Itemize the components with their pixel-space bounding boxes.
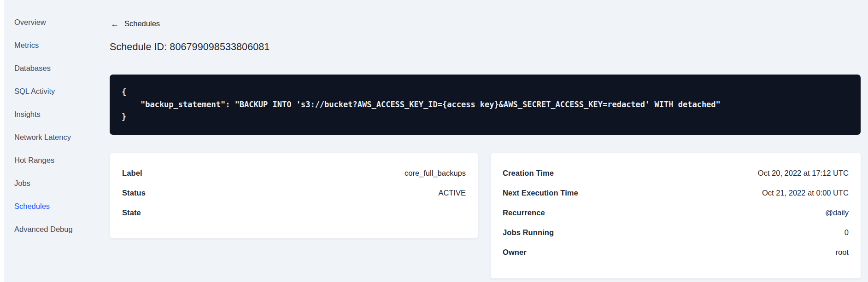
detail-value: core_full_backups bbox=[405, 169, 466, 178]
back-link-label: Schedules bbox=[124, 19, 160, 28]
detail-label: Next Execution Time bbox=[503, 189, 578, 197]
page-left-gutter bbox=[0, 0, 4, 282]
schedule-summary-card: Label core_full_backups Status ACTIVE St… bbox=[110, 153, 478, 238]
detail-label: Status bbox=[122, 189, 146, 197]
detail-row-label: Label core_full_backups bbox=[122, 168, 466, 178]
detail-row-creation-time: Creation Time Oct 20, 2022 at 17:12 UTC bbox=[503, 168, 849, 178]
detail-row-owner: Owner root bbox=[503, 247, 849, 257]
code-line: { bbox=[122, 86, 849, 98]
sidebar: Overview Metrics Databases SQL Activity … bbox=[14, 17, 102, 247]
sidebar-item-hot-ranges[interactable]: Hot Ranges bbox=[14, 155, 102, 165]
detail-label: Owner bbox=[503, 248, 527, 257]
detail-value: Oct 21, 2022 at 0:00 UTC bbox=[762, 189, 849, 197]
detail-row-status: Status ACTIVE bbox=[122, 188, 466, 197]
sidebar-item-metrics[interactable]: Metrics bbox=[14, 40, 102, 50]
sidebar-item-databases[interactable]: Databases bbox=[14, 63, 102, 73]
sidebar-item-sql-activity[interactable]: SQL Activity bbox=[14, 86, 102, 96]
sidebar-item-insights[interactable]: Insights bbox=[14, 109, 102, 119]
detail-row-jobs-running: Jobs Running 0 bbox=[503, 228, 849, 237]
detail-row-recurrence: Recurrence @daily bbox=[503, 208, 849, 217]
schedule-timing-card: Creation Time Oct 20, 2022 at 17:12 UTC … bbox=[490, 153, 861, 279]
detail-label: Jobs Running bbox=[503, 228, 554, 237]
backup-statement-code-block: { "backup_statement": "BACKUP INTO 's3:/… bbox=[110, 75, 861, 135]
detail-value: root bbox=[836, 248, 849, 257]
back-arrow-icon: ← bbox=[111, 20, 119, 28]
sidebar-item-network-latency[interactable]: Network Latency bbox=[14, 132, 102, 142]
detail-value: @daily bbox=[825, 208, 849, 217]
detail-value: Oct 20, 2022 at 17:12 UTC bbox=[758, 169, 849, 178]
detail-label: Creation Time bbox=[503, 169, 554, 178]
page-title: Schedule ID: 806799098533806081 bbox=[110, 41, 270, 53]
schedule-detail-cards: Label core_full_backups Status ACTIVE St… bbox=[110, 153, 861, 279]
code-line: "backup_statement": "BACKUP INTO 's3://b… bbox=[122, 98, 849, 111]
detail-value: 0 bbox=[845, 228, 849, 237]
detail-label: State bbox=[122, 208, 141, 217]
back-to-schedules-link[interactable]: ← Schedules bbox=[111, 19, 160, 28]
code-line: } bbox=[122, 111, 849, 123]
sidebar-item-advanced-debug[interactable]: Advanced Debug bbox=[14, 224, 102, 234]
detail-row-next-execution-time: Next Execution Time Oct 21, 2022 at 0:00… bbox=[503, 188, 849, 197]
detail-value: ACTIVE bbox=[438, 189, 466, 197]
sidebar-item-jobs[interactable]: Jobs bbox=[14, 178, 102, 188]
sidebar-item-overview[interactable]: Overview bbox=[14, 17, 102, 27]
sidebar-item-schedules[interactable]: Schedules bbox=[14, 201, 102, 211]
detail-label: Label bbox=[122, 169, 142, 178]
detail-row-state: State bbox=[122, 208, 466, 217]
detail-label: Recurrence bbox=[503, 208, 545, 217]
